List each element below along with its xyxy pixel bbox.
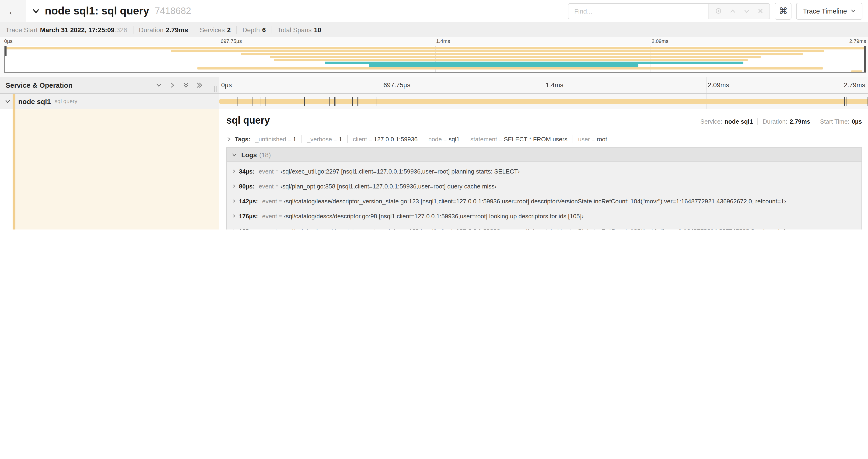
timeline-axis: 0µs697.75µs1.4ms2.09ms2.79ms xyxy=(219,77,868,93)
trace-stat: Trace StartMarch 31 2022, 17:25:09.326 xyxy=(6,26,127,33)
minimap-left-scrubber-grip[interactable] xyxy=(5,46,6,56)
log-marker-tick[interactable] xyxy=(358,97,358,106)
span-row-timeline-cell[interactable] xyxy=(219,94,868,109)
expand-all-icon[interactable] xyxy=(196,81,203,89)
log-marker-tick[interactable] xyxy=(227,97,227,106)
divider xyxy=(572,135,573,143)
log-marker-tick[interactable] xyxy=(334,97,334,106)
find-clear-icon[interactable] xyxy=(757,8,764,14)
divider xyxy=(302,135,302,143)
tag-item: client=127.0.0.1:59936 xyxy=(353,136,418,143)
tag-equals: = xyxy=(288,136,291,142)
trace-id: 7418682 xyxy=(155,6,191,16)
span-row[interactable]: node sql1 sql query xyxy=(0,94,868,109)
divider xyxy=(194,26,194,33)
stat-value: 10 xyxy=(314,26,321,33)
timeline-gridline xyxy=(544,77,544,93)
log-row[interactable]: 189µs:event=‹sql/catalog/lease/descripto… xyxy=(227,223,862,230)
divider xyxy=(236,26,237,33)
tags-accordion[interactable]: Tags: _unfinished=1_verbose=1client=127.… xyxy=(226,134,862,147)
log-marker-tick[interactable] xyxy=(263,97,263,106)
meta-label: Service: xyxy=(700,118,722,125)
minimap-span-bar xyxy=(198,67,823,70)
top-bar: ← node sql1: sql query 7418682 xyxy=(0,0,868,22)
focus-target-icon[interactable] xyxy=(715,7,722,14)
log-chevron-right-icon xyxy=(231,214,239,218)
tag-equals: = xyxy=(592,136,595,142)
expand-one-icon[interactable] xyxy=(169,81,176,89)
log-timestamp: 189µs: xyxy=(239,227,258,230)
meta-label: Start Time: xyxy=(820,118,849,125)
log-field-value: ‹sql/plan_opt.go:358 [nsql1,client=127.0… xyxy=(280,183,497,190)
log-marker-tick[interactable] xyxy=(266,97,266,106)
log-row[interactable]: 34µs:event=‹sql/exec_util.go:2297 [nsql1… xyxy=(227,164,862,179)
log-marker-tick[interactable] xyxy=(377,97,377,106)
find-input[interactable] xyxy=(569,3,709,19)
tag-value: 1 xyxy=(293,136,296,143)
timeline-gridline xyxy=(381,77,382,93)
logs-list: 34µs:event=‹sql/exec_util.go:2297 [nsql1… xyxy=(227,162,862,230)
span-row-name-cell[interactable]: node sql1 sql query xyxy=(0,94,219,109)
stat-value: 6 xyxy=(262,26,266,33)
stat-value: 2.79ms xyxy=(166,26,188,33)
service-operation-header: Service & Operation xyxy=(0,77,219,93)
minimap-right-scrubber-grip[interactable] xyxy=(864,46,866,72)
span-collapse-chevron-icon[interactable] xyxy=(5,98,11,104)
chevron-down-icon xyxy=(851,8,856,13)
log-timestamp: 176µs: xyxy=(239,212,258,220)
minimap-canvas[interactable] xyxy=(4,46,866,73)
back-arrow-icon: ← xyxy=(7,5,19,17)
stat-label: Depth xyxy=(242,26,260,33)
tag-item: node=sql1 xyxy=(428,136,460,143)
span-color-strip xyxy=(12,109,16,230)
tag-equals: = xyxy=(499,136,502,142)
trace-view-selector[interactable]: Trace Timeline xyxy=(796,3,862,19)
collapse-all-icon[interactable] xyxy=(183,81,189,89)
log-marker-tick[interactable] xyxy=(260,97,260,106)
minimap-span-bar xyxy=(241,53,803,55)
log-field-value: ‹sql/catalog/descs/descriptor.go:98 [nsq… xyxy=(284,212,584,220)
minimap-time-label: 2.79ms xyxy=(849,38,866,44)
log-timestamp: 142µs: xyxy=(239,198,258,204)
tag-key: client xyxy=(353,136,367,143)
log-marker-tick[interactable] xyxy=(330,97,330,106)
log-marker-tick[interactable] xyxy=(844,97,845,106)
keyboard-shortcuts-button[interactable]: ⌘ xyxy=(775,3,792,19)
find-prev-icon[interactable] xyxy=(730,8,736,14)
logs-title: Logs xyxy=(241,151,257,158)
minimap-span-bar xyxy=(369,64,639,67)
minimap-time-label: 1.4ms xyxy=(436,38,450,44)
trace-stat: Total Spans10 xyxy=(277,26,321,33)
find-next-icon[interactable] xyxy=(744,8,750,14)
page-title: node sql1: sql query xyxy=(45,5,149,17)
column-resizer-handle[interactable] xyxy=(214,86,217,92)
log-marker-tick[interactable] xyxy=(336,97,336,106)
logs-header[interactable]: Logs (18) xyxy=(227,148,862,162)
span-duration-bar[interactable] xyxy=(219,99,868,104)
tag-value: 127.0.0.1:59936 xyxy=(374,136,418,143)
log-marker-tick[interactable] xyxy=(332,97,332,106)
back-button[interactable]: ← xyxy=(0,0,26,22)
log-row[interactable]: 80µs:event=‹sql/plan_opt.go:358 [nsql1,c… xyxy=(227,179,862,194)
log-field-key: event xyxy=(262,212,277,220)
log-marker-tick[interactable] xyxy=(304,97,305,106)
tag-item: _unfinished=1 xyxy=(255,136,296,143)
log-marker-tick[interactable] xyxy=(846,97,847,106)
minimap-span-bar xyxy=(171,50,824,52)
trace-stat: Depth6 xyxy=(242,26,266,33)
tag-item: user=root xyxy=(578,136,607,143)
log-marker-tick[interactable] xyxy=(352,97,353,106)
log-marker-tick[interactable] xyxy=(252,97,252,106)
meta-label: Duration: xyxy=(763,118,787,125)
log-marker-tick[interactable] xyxy=(326,97,326,106)
minimap-time-labels: 0µs697.75µs1.4ms2.09ms2.79ms xyxy=(4,37,866,45)
meta-value: 2.79ms xyxy=(789,118,810,125)
title-chevron-down-icon[interactable] xyxy=(32,7,40,15)
log-row[interactable]: 176µs:event=‹sql/catalog/descs/descripto… xyxy=(227,208,862,223)
collapse-one-icon[interactable] xyxy=(155,81,162,89)
log-marker-tick[interactable] xyxy=(238,97,238,106)
log-row[interactable]: 142µs:event=‹sql/catalog/lease/descripto… xyxy=(227,194,862,208)
minimap-time-label: 0µs xyxy=(4,38,12,44)
trace-minimap-section: 0µs697.75µs1.4ms2.09ms2.79ms xyxy=(0,37,868,77)
trace-title-group: node sql1: sql query 7418682 xyxy=(26,0,191,22)
